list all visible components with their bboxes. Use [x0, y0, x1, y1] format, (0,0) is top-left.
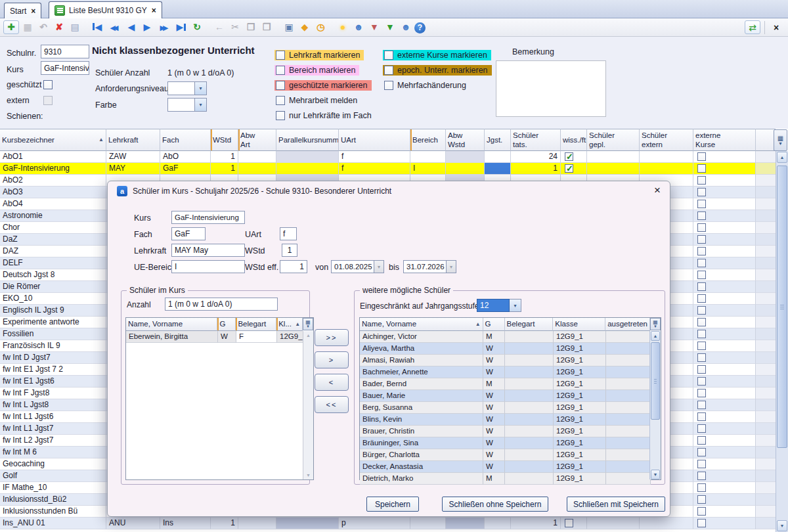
cell-lehrkraft[interactable]: MAY — [106, 163, 160, 175]
cell[interactable] — [505, 355, 554, 366]
cell-kurs[interactable]: Ins_ANU 01 — [0, 518, 106, 529]
cell-ekurse[interactable] — [693, 222, 756, 234]
cell-lehrkraft[interactable]: ANU — [106, 518, 160, 529]
column-chooser-button[interactable]: ▦▼ — [774, 129, 787, 151]
scroll-down-icon[interactable]: ▼ — [777, 520, 787, 531]
dlg-bis-datepicker[interactable]: 31.07.2026 ▾ — [403, 260, 456, 273]
cell[interactable]: Bader, Bernd — [360, 378, 483, 390]
tab-start[interactable]: Start × — [4, 3, 41, 18]
externe-kurse-checkbox[interactable] — [697, 282, 706, 291]
cell-wstd[interactable]: 1 — [211, 163, 238, 175]
print-icon[interactable]: ▣ — [282, 20, 296, 34]
undo-icon[interactable]: ↶ — [36, 20, 51, 34]
cell-uart[interactable]: f — [339, 151, 410, 163]
cell-ekurse[interactable] — [693, 281, 756, 293]
externe-kurse-checkbox[interactable] — [697, 176, 706, 185]
column-header[interactable]: ausgetreten — [605, 318, 650, 331]
cell-kurs[interactable]: AbO2 — [0, 175, 106, 187]
externe-kurse-checkbox[interactable] — [697, 164, 706, 173]
cell[interactable] — [606, 378, 651, 390]
column-header[interactable]: Name, Vorname▲ — [360, 318, 483, 331]
column-header[interactable]: Parallelkursnummer — [276, 129, 339, 151]
column-header[interactable]: WStd — [211, 129, 238, 151]
dialog-close-icon[interactable]: × — [654, 184, 661, 197]
cell-tats[interactable]: 24 — [511, 151, 561, 163]
cell-abwart[interactable] — [238, 518, 276, 529]
chevron-down-icon[interactable]: ▾ — [510, 299, 521, 312]
column-header[interactable]: Abw Art — [238, 129, 276, 151]
nav-prev-icon[interactable]: ◀ — [124, 20, 139, 34]
cell-uart[interactable]: p — [339, 518, 410, 529]
table-row[interactable]: Ins_ANU 01ANUIns1p1 — [0, 518, 776, 529]
cell[interactable] — [505, 378, 554, 390]
cell[interactable] — [505, 414, 554, 426]
cell-kurs[interactable]: Inklusionsstd_Bü2 — [0, 494, 106, 506]
cell-kurs[interactable]: GaF-Intensivierung — [0, 163, 106, 175]
cell-kurs[interactable]: Die Römer — [0, 281, 106, 293]
cell[interactable]: 12G9_1 — [554, 402, 606, 414]
cell-ekurse[interactable] — [693, 482, 756, 494]
schliessen-mit-speichern-button[interactable]: Schließen mit Speichern — [567, 497, 665, 512]
cell-kurs[interactable]: fw Int L1 Jgst7 — [0, 423, 106, 435]
cell[interactable] — [606, 473, 651, 485]
cell[interactable] — [505, 461, 554, 473]
wiss-checkbox[interactable] — [565, 519, 573, 527]
notify-horn-icon[interactable]: ◆ — [297, 20, 312, 34]
help-icon[interactable]: ? — [414, 22, 426, 33]
moeglicher-schueler-row[interactable]: Bauer, MarieW12G9_1 — [360, 390, 661, 402]
cell-ekurse[interactable] — [693, 435, 756, 447]
student-info-icon[interactable]: ☻ — [399, 20, 413, 34]
cell[interactable]: Aichinger, Victor — [360, 331, 483, 343]
jahrgangsstufe-select[interactable]: 12 ▾ — [477, 299, 521, 312]
cell-kurs[interactable]: fw Int D Jgst7 — [0, 352, 106, 364]
column-header[interactable]: Fach — [160, 129, 211, 151]
dlg-kurs-input[interactable]: GaF-Intensivierung — [171, 211, 245, 224]
column-header[interactable]: wiss./ft. — [561, 129, 587, 151]
cell-ekurse[interactable] — [693, 151, 756, 163]
cell[interactable]: Blins, Kevin — [360, 414, 483, 426]
cell-ekurse[interactable] — [693, 257, 756, 269]
cell[interactable] — [606, 402, 651, 414]
cell[interactable] — [606, 343, 651, 355]
cell[interactable] — [505, 390, 554, 402]
cell-ekurse[interactable] — [693, 458, 756, 470]
cell[interactable]: F — [236, 331, 277, 343]
table-row[interactable]: AbO1ZAWAbO1f24 — [0, 151, 776, 163]
cell-abwart[interactable] — [238, 163, 276, 175]
tab-liste-besunt[interactable]: Liste BesUnt 9310 GY × — [49, 1, 162, 18]
externe-kurse-checkbox[interactable] — [697, 306, 706, 315]
cell-wiss[interactable] — [561, 163, 587, 175]
cell-sext[interactable] — [640, 518, 693, 529]
moeglicher-schueler-row[interactable]: Bräuninger, SinaW12G9_1 — [360, 437, 661, 449]
cell-abwwstd[interactable] — [446, 518, 485, 529]
table-vertical-scrollbar[interactable]: ▲ ▼ — [776, 151, 788, 532]
cell[interactable] — [606, 355, 651, 366]
cell-kurs[interactable]: DaZ — [0, 234, 106, 246]
cell[interactable]: W — [483, 402, 505, 414]
column-header[interactable]: Kursbezeichner▲ — [0, 129, 106, 151]
externe-kurse-checkbox[interactable] — [697, 342, 706, 350]
cell-ekurse[interactable] — [693, 234, 756, 246]
cell[interactable]: 12G9_1 — [554, 355, 606, 366]
cell-abwwstd[interactable] — [446, 163, 485, 175]
cell[interactable]: W — [483, 426, 505, 437]
column-header[interactable]: Schüler gepl. — [587, 129, 640, 151]
cell-kurs[interactable]: Fossilien — [0, 328, 106, 340]
scroll-up-icon[interactable]: ▲ — [651, 331, 660, 341]
cell[interactable] — [505, 366, 554, 378]
wiss-checkbox[interactable] — [565, 152, 573, 161]
cell-kurs[interactable]: Französisch IL 9 — [0, 340, 106, 352]
cell[interactable]: W — [483, 437, 505, 449]
column-header[interactable]: Lehrkraft — [106, 129, 160, 151]
checkbox[interactable] — [384, 81, 393, 90]
moeglicher-schueler-row[interactable]: Bader, BerndM12G9_1 — [360, 378, 661, 390]
cell[interactable]: 12G9_1 — [277, 331, 303, 343]
column-header[interactable]: externe Kurse — [693, 129, 756, 151]
move-right-button[interactable]: > — [315, 351, 349, 368]
moeglicher-schueler-row[interactable]: Berg, SusannaW12G9_1 — [360, 402, 661, 414]
moeglicher-schueler-row[interactable]: Decker, AnastasiaW12G9_1 — [360, 461, 661, 473]
cell[interactable]: Berg, Susanna — [360, 402, 483, 414]
clock-icon[interactable]: ◷ — [313, 20, 328, 34]
filter-add-icon[interactable]: ▼ — [383, 20, 397, 34]
window-switch-icon[interactable]: ⇄ — [745, 20, 760, 34]
